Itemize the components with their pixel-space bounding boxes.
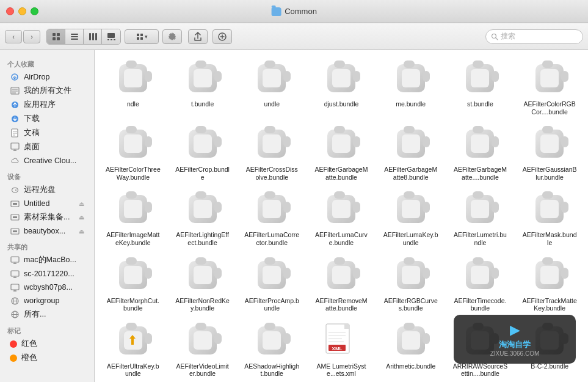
svg-rect-129 — [263, 200, 281, 218]
sidebar-item-untitled[interactable]: Untitled ⏏ — [2, 197, 92, 210]
bundle-icon — [183, 189, 222, 229]
settings-icon — [167, 32, 177, 42]
sidebar-item-documents[interactable]: 文稿 — [2, 126, 92, 140]
svg-rect-125 — [194, 200, 212, 218]
file-label: AME LumetriSyste...ets.xml — [314, 362, 369, 378]
file-item[interactable]: t.bundle — [169, 55, 236, 118]
file-item[interactable]: AEFilterColorRGBCor....bundle — [516, 55, 583, 118]
back-button[interactable]: ‹ — [5, 30, 22, 43]
bundle-svg — [114, 59, 152, 97]
svg-rect-85 — [471, 69, 489, 87]
file-item[interactable]: AEFilterGaussianBlur.bundle — [516, 120, 583, 183]
sidebar-item-remote-disk[interactable]: 远程光盘 — [2, 183, 92, 197]
file-item[interactable]: AEFilterGarbage​Matte.bundle — [308, 120, 375, 183]
sidebar-item-creative-cloud[interactable]: Creative Clou... — [2, 154, 92, 167]
sidebar-item-wcbysh[interactable]: wcbysh07p8... — [2, 281, 92, 294]
bundle-svg — [253, 125, 291, 163]
sidebar-item-material[interactable]: 素材采集备... ⏏ — [2, 210, 92, 224]
file-item[interactable]: AEFilterCrop.bundle — [169, 120, 236, 183]
file-item[interactable]: AEFilterColorThreeWay.bundle — [100, 120, 167, 183]
sidebar-item-material-label: 素材采集备... — [24, 212, 70, 222]
file-item[interactable]: ndle — [100, 55, 167, 118]
column-view-button[interactable] — [84, 29, 102, 44]
forward-button[interactable]: › — [23, 30, 40, 43]
file-item[interactable]: AEShadowHighlight.bundle — [238, 317, 305, 380]
sidebar-item-orange-label: 橙色 — [21, 353, 37, 363]
sidebar-item-downloads[interactable]: 下载 — [2, 112, 92, 126]
svg-rect-53 — [11, 284, 19, 290]
file-item[interactable]: AEFilterMask.bundle — [516, 186, 583, 249]
bundle-icon — [252, 189, 291, 229]
tag-button[interactable] — [212, 29, 232, 44]
bundle-svg — [531, 59, 568, 97]
maximize-button[interactable] — [31, 7, 38, 15]
file-item[interactable]: AEFilterCrossDissolve.bundle — [238, 120, 305, 183]
sidebar-item-sc2017[interactable]: sc-20171220... — [2, 267, 92, 281]
sidebar-item-applications[interactable]: 应用程序 — [2, 98, 92, 112]
file-item[interactable]: AEFilterTimecode.bundle — [447, 252, 514, 315]
file-item[interactable]: AEFilterLumaCurve.bundle — [308, 186, 375, 249]
file-item[interactable]: AEFilterGarbageMatte....bundle — [447, 120, 514, 183]
file-item[interactable]: XML AME LumetriSyste...ets.xml — [308, 317, 375, 380]
file-item[interactable]: AEFilterTrackMatteKey.bundle — [516, 252, 583, 315]
beautybox-eject-icon[interactable]: ⏏ — [79, 228, 84, 235]
list-view-button[interactable] — [65, 29, 84, 44]
sidebar-item-desktop[interactable]: 桌面 — [2, 140, 92, 154]
sidebar-item-beautybox[interactable]: beautybox... ⏏ — [2, 224, 92, 238]
sidebar-item-all-files[interactable]: 我的所有文件 — [2, 84, 92, 98]
file-item[interactable]: AEFilterRemoveMatte.bundle — [308, 252, 375, 315]
file-item[interactable]: undle — [238, 55, 305, 118]
sidebar-item-workgroup[interactable]: workgroup — [2, 294, 92, 307]
untitled-eject-icon[interactable]: ⏏ — [79, 200, 84, 207]
gallery-view-button[interactable] — [102, 29, 120, 44]
settings-button[interactable] — [162, 29, 182, 44]
title-bar: Common — [0, 0, 588, 23]
sidebar-item-all-shared[interactable]: 所有... — [2, 307, 92, 321]
sidebar-item-creative-cloud-label: Creative Clou... — [24, 156, 76, 165]
arrange-button[interactable]: ▾ — [125, 29, 159, 44]
file-item[interactable]: AEFilterLumetri.bundle — [447, 186, 514, 249]
svg-rect-80 — [423, 71, 430, 82]
file-item[interactable]: st.bundle — [447, 55, 514, 118]
svg-rect-8 — [92, 33, 94, 40]
file-item[interactable]: AEFilterProcAmp.bundle — [238, 252, 305, 315]
minimize-button[interactable] — [18, 7, 26, 15]
file-item[interactable]: AEFilterGarbage​Matte8.bundle — [377, 120, 445, 183]
file-item[interactable]: AEFilterUltraKey.bundle — [100, 317, 167, 380]
svg-rect-69 — [194, 69, 212, 87]
svg-rect-141 — [471, 200, 489, 218]
watermark: ▶ 淘淘自学 ZIXUE.3066.COM — [454, 315, 576, 364]
file-item[interactable]: AEFilterVideoLimiter.bundle — [169, 317, 236, 380]
svg-rect-42 — [13, 203, 17, 205]
material-eject-icon[interactable]: ⏏ — [79, 214, 84, 221]
svg-rect-155 — [264, 257, 275, 265]
file-item[interactable]: me.bundle — [377, 55, 445, 118]
svg-point-40 — [15, 189, 16, 191]
file-item[interactable]: AEFilterNonRedKey.bundle — [169, 252, 236, 315]
workgroup-icon — [10, 296, 20, 306]
file-item[interactable]: AEFilterLumaCorrector.bundle — [238, 186, 305, 249]
share-button[interactable] — [188, 29, 208, 44]
file-item[interactable]: AEFilterRGBCurves.bundle — [377, 252, 445, 315]
file-item[interactable]: Arithmetic.bundle — [377, 317, 445, 380]
icon-view-icon — [52, 32, 60, 41]
window-title: Common — [285, 7, 317, 16]
search-box[interactable]: 搜索 — [485, 29, 583, 44]
file-item[interactable]: djust.bundle — [308, 55, 375, 118]
sidebar-item-red[interactable]: 红色 — [2, 337, 92, 351]
file-item[interactable]: AEFilterLumaKey.bundle — [377, 186, 445, 249]
file-item[interactable]: AEFilterImageMatteKey.bundle — [100, 186, 167, 249]
sidebar-item-mac[interactable]: mac的MacBo... — [2, 253, 92, 267]
file-label: AEFilterTrackMatteKey.bundle — [522, 297, 577, 312]
sidebar-item-airdrop[interactable]: AirDrop — [2, 70, 92, 84]
file-item[interactable]: AEFilterMorphCut.bundle — [100, 252, 167, 315]
bundle-svg — [461, 256, 499, 294]
svg-rect-181 — [194, 331, 212, 350]
bundle-svg — [114, 125, 152, 163]
icon-view-button[interactable] — [47, 29, 65, 44]
bundle-svg — [114, 321, 152, 359]
file-item[interactable]: AEFilterLightingEffect.bundle — [169, 186, 236, 249]
sidebar-item-orange[interactable]: 橙色 — [2, 351, 92, 365]
close-button[interactable] — [6, 7, 14, 15]
file-label: ndle — [127, 100, 139, 108]
